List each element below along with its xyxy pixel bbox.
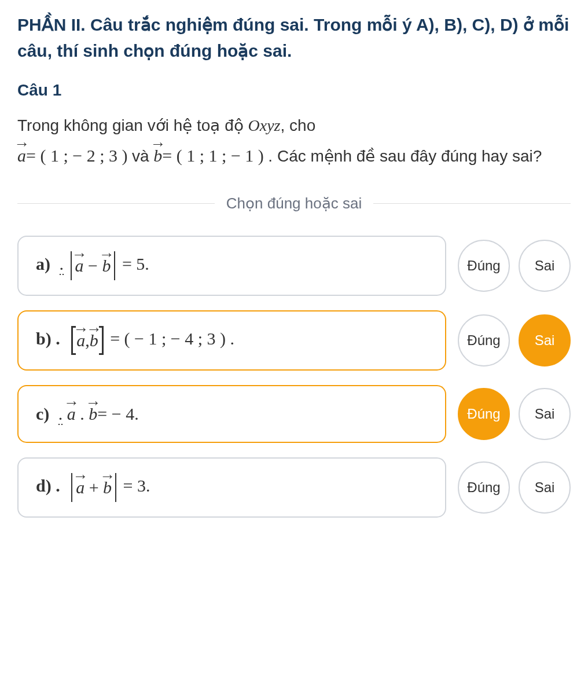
divider-line-left xyxy=(17,203,215,204)
question-text-part2: , cho xyxy=(281,116,316,134)
true-button-c[interactable]: Đúng xyxy=(458,388,510,440)
option-label-c: c) xyxy=(36,404,54,423)
false-button-d[interactable]: Sai xyxy=(519,461,571,514)
question-text: Trong không gian với hệ toạ độ Oxyz, cho… xyxy=(17,111,571,171)
opt-b-vec-a: a xyxy=(76,331,85,350)
opt-c-dot: . xyxy=(80,404,84,423)
vector-a-symbol: a xyxy=(17,140,26,171)
opt-d-vec-b: b xyxy=(103,478,112,497)
question-number: Câu 1 xyxy=(17,81,571,100)
btn-group-c: Đúng Sai xyxy=(458,388,571,440)
divider-text: Chọn đúng hoặc sai xyxy=(215,195,373,212)
false-button-a[interactable]: Sai xyxy=(519,240,571,292)
option-box-a[interactable]: a) . a − b = 5. xyxy=(17,236,446,296)
btn-group-d: Đúng Sai xyxy=(458,461,571,514)
opt-a-eq: = 5. xyxy=(117,254,149,273)
vector-a-value: = ( 1 ; − 2 ; 3 ) xyxy=(26,146,128,165)
opt-c-vec-a: a xyxy=(67,404,76,424)
false-button-c[interactable]: Sai xyxy=(519,388,571,440)
opt-a-vec-b: b xyxy=(102,256,111,276)
opt-b-vec-b: b xyxy=(90,331,98,350)
section-title: PHẦN II. Câu trắc nghiệm đúng sai. Trong… xyxy=(17,12,571,64)
option-label-d: d) . xyxy=(36,476,64,495)
option-label-b: b) . xyxy=(36,329,64,348)
option-row-d: d) . a + b = 3. Đúng Sai xyxy=(17,457,571,518)
question-text-part1: Trong không gian với hệ toạ độ xyxy=(17,116,248,134)
question-text-part3: . Các mệnh đề sau đây đúng hay sai? xyxy=(268,147,542,165)
option-box-c[interactable]: c) . a . b= − 4. xyxy=(17,385,446,443)
opt-a-minus: − xyxy=(88,256,98,275)
option-box-b[interactable]: b) . a,b = ( − 1 ; − 4 ; 3 ) . xyxy=(17,310,446,371)
divider-line-right xyxy=(373,203,571,204)
option-row-b: b) . a,b = ( − 1 ; − 4 ; 3 ) . Đúng Sai xyxy=(17,310,571,371)
true-button-d[interactable]: Đúng xyxy=(458,461,510,514)
option-row-a: a) . a − b = 5. Đúng Sai xyxy=(17,236,571,296)
coord-system: Oxyz xyxy=(248,116,281,134)
opt-d-vec-a: a xyxy=(76,478,84,497)
false-button-b[interactable]: Sai xyxy=(519,314,571,367)
btn-group-a: Đúng Sai xyxy=(458,240,571,292)
option-row-c: c) . a . b= − 4. Đúng Sai xyxy=(17,385,571,443)
opt-d-eq: = 3. xyxy=(119,476,150,495)
true-button-a[interactable]: Đúng xyxy=(458,240,510,292)
vector-b-value: = ( 1 ; 1 ; − 1 ) xyxy=(162,146,264,165)
option-label-a: a) xyxy=(36,254,55,273)
opt-c-vec-b: b xyxy=(89,404,97,424)
true-button-b[interactable]: Đúng xyxy=(458,314,510,367)
btn-group-b: Đúng Sai xyxy=(458,314,571,367)
vector-b-symbol: b xyxy=(153,140,162,171)
opt-a-vec-a: a xyxy=(75,256,84,276)
opt-c-eq: = − 4. xyxy=(97,404,138,423)
divider-row: Chọn đúng hoặc sai xyxy=(17,195,571,212)
option-box-d[interactable]: d) . a + b = 3. xyxy=(17,457,446,518)
opt-d-plus: + xyxy=(89,478,99,497)
opt-b-eq: = ( − 1 ; − 4 ; 3 ) . xyxy=(106,329,234,348)
